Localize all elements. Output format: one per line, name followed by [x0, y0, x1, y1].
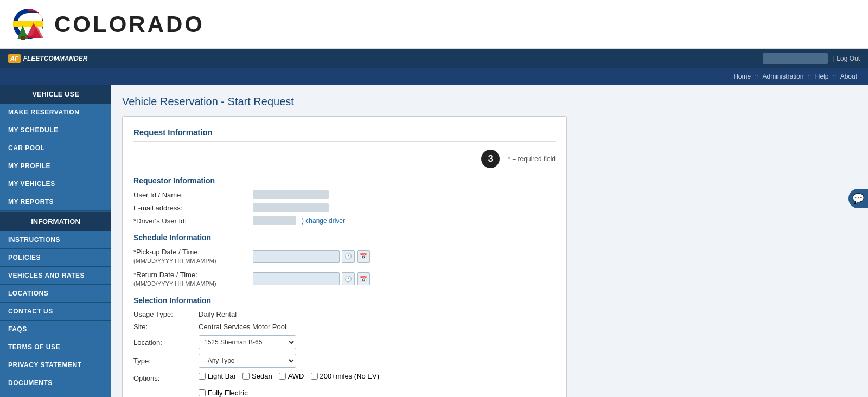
- option-200miles[interactable]: 200+miles (No EV): [311, 372, 379, 380]
- step-area: 3 * = required field: [133, 150, 556, 168]
- page-title: Vehicle Reservation - Start Request: [122, 95, 857, 108]
- return-input-group: 🕐 📅: [253, 272, 370, 285]
- return-clock-icon[interactable]: 🕐: [342, 272, 355, 285]
- fleet-right: | Log Out: [763, 53, 860, 64]
- return-date-input[interactable]: [253, 272, 340, 285]
- options-checkboxes: Light Bar Sedan AWD 200+miles (No EV): [199, 372, 379, 380]
- sidebar-item-instructions[interactable]: INSTRUCTIONS: [0, 231, 111, 249]
- pickup-date-input[interactable]: [253, 250, 340, 263]
- sidebar-item-signup[interactable]: SIGN UP NOW!: [0, 392, 111, 397]
- fully-electric-row: Fully Electric: [133, 389, 556, 397]
- nav-administration[interactable]: Administration: [762, 73, 803, 80]
- options-label: Options:: [133, 374, 199, 382]
- user-id-value: [253, 190, 329, 199]
- email-row: E-mail address:: [133, 203, 556, 212]
- sidebar-item-locations[interactable]: LOCATIONS: [0, 285, 111, 303]
- colorado-logo: [11, 7, 46, 42]
- pickup-label: *Pick-up Date / Time: (MM/DD/YYYY HH:MM …: [133, 247, 253, 266]
- site-row: Site: Central Services Motor Pool: [133, 323, 556, 331]
- email-value: [253, 203, 329, 212]
- selection-section-header: Selection Information: [133, 296, 556, 305]
- requestor-section-header: Requestor Information: [133, 176, 556, 185]
- fleet-icon: AF: [8, 54, 21, 63]
- chat-widget[interactable]: 💬: [848, 189, 868, 208]
- driver-id-value: [253, 216, 296, 225]
- location-label: Location:: [133, 338, 199, 347]
- return-label: *Return Date / Time: (MM/DD/YYYY HH:MM A…: [133, 270, 253, 289]
- content-area: Vehicle Reservation - Start Request Requ…: [111, 85, 868, 397]
- fleet-bar: AF FLEETCOMMANDER | Log Out: [0, 49, 868, 68]
- return-row: *Return Date / Time: (MM/DD/YYYY HH:MM A…: [133, 270, 556, 289]
- site-label: Site:: [133, 323, 199, 331]
- logout-link[interactable]: | Log Out: [833, 55, 860, 62]
- top-nav: Home :: Administration :: Help :: About: [0, 68, 868, 85]
- sidebar-item-vehicles-rates[interactable]: VEHICLES AND RATES: [0, 267, 111, 285]
- sidebar-item-terms[interactable]: TERMS OF USE: [0, 338, 111, 356]
- logo-area: COLORADO: [11, 7, 205, 42]
- type-select[interactable]: - Any Type - Sedan SUV Truck: [199, 354, 296, 368]
- checkbox-awd[interactable]: [279, 373, 286, 380]
- driver-row: *Driver's User Id: ) change driver: [133, 216, 556, 225]
- information-header: INFORMATION: [0, 212, 111, 231]
- pickup-clock-icon[interactable]: 🕐: [342, 250, 355, 263]
- pickup-row: *Pick-up Date / Time: (MM/DD/YYYY HH:MM …: [133, 247, 556, 266]
- nav-help[interactable]: Help: [815, 73, 829, 80]
- option-awd[interactable]: AWD: [279, 372, 304, 380]
- sidebar-item-privacy[interactable]: PRIVACY STATEMENT: [0, 356, 111, 374]
- checkbox-fully-electric[interactable]: [199, 389, 206, 396]
- step-badge: 3: [481, 150, 500, 168]
- sidebar-item-my-reports[interactable]: MY REPORTS: [0, 193, 111, 211]
- driver-label: *Driver's User Id:: [133, 217, 253, 225]
- usage-type-value: Daily Rental: [199, 310, 237, 318]
- header: COLORADO: [0, 0, 868, 49]
- user-id-label: User Id / Name:: [133, 191, 253, 199]
- checkbox-sedan[interactable]: [242, 373, 250, 380]
- sidebar-item-documents[interactable]: DOCUMENTS: [0, 374, 111, 392]
- sidebar-item-faqs[interactable]: FAQS: [0, 321, 111, 338]
- vehicle-use-header: VEHICLE USE: [0, 85, 111, 104]
- form-card-title: Request Information: [133, 127, 556, 142]
- sidebar-item-contact-us[interactable]: CONTACT US: [0, 303, 111, 321]
- svg-rect-6: [21, 36, 25, 40]
- svg-rect-4: [13, 21, 43, 27]
- options-row: Options: Light Bar Sedan AWD: [133, 372, 556, 385]
- return-calendar-icon[interactable]: 📅: [357, 272, 370, 285]
- pickup-calendar-icon[interactable]: 📅: [357, 250, 370, 263]
- state-name: COLORADO: [54, 11, 205, 37]
- type-row: Type: - Any Type - Sedan SUV Truck: [133, 354, 556, 368]
- user-display: [763, 53, 828, 64]
- type-label: Type:: [133, 357, 199, 365]
- change-driver-link[interactable]: ) change driver: [302, 217, 345, 225]
- option-fully-electric[interactable]: Fully Electric: [199, 389, 248, 397]
- user-id-row: User Id / Name:: [133, 190, 556, 199]
- checkbox-light-bar[interactable]: [199, 373, 206, 380]
- fleet-brand: FLEETCOMMANDER: [23, 55, 88, 62]
- required-note: * = required field: [508, 155, 556, 163]
- chat-icon: 💬: [852, 193, 864, 204]
- sidebar-item-my-profile[interactable]: MY PROFILE: [0, 157, 111, 175]
- pickup-input-group: 🕐 📅: [253, 250, 370, 263]
- schedule-section-header: Schedule Information: [133, 233, 556, 242]
- location-row: Location: 1525 Sherman B-65 Other Locati…: [133, 335, 556, 349]
- nav-home[interactable]: Home: [733, 73, 751, 80]
- usage-type-row: Usage Type: Daily Rental: [133, 310, 556, 318]
- main-layout: VEHICLE USE MAKE RESERVATION MY SCHEDULE…: [0, 85, 868, 397]
- sep3: ::: [832, 73, 836, 81]
- site-value: Central Services Motor Pool: [199, 323, 286, 331]
- sidebar-item-my-vehicles[interactable]: MY VEHICLES: [0, 175, 111, 193]
- sidebar-item-car-pool[interactable]: CAR POOL: [0, 139, 111, 157]
- sep2: ::: [807, 73, 811, 81]
- option-light-bar[interactable]: Light Bar: [199, 372, 236, 380]
- location-select[interactable]: 1525 Sherman B-65 Other Location: [199, 335, 296, 349]
- sidebar-item-policies[interactable]: POLICIES: [0, 249, 111, 267]
- email-label: E-mail address:: [133, 204, 253, 212]
- form-card: Request Information 3 * = required field…: [122, 116, 567, 397]
- option-sedan[interactable]: Sedan: [242, 372, 272, 380]
- checkbox-200miles[interactable]: [311, 373, 318, 380]
- nav-about[interactable]: About: [840, 73, 857, 80]
- sidebar-item-my-schedule[interactable]: MY SCHEDULE: [0, 121, 111, 139]
- sidebar: VEHICLE USE MAKE RESERVATION MY SCHEDULE…: [0, 85, 111, 397]
- fleet-logo: AF FLEETCOMMANDER: [8, 54, 87, 63]
- sidebar-item-make-reservation[interactable]: MAKE RESERVATION: [0, 104, 111, 121]
- usage-type-label: Usage Type:: [133, 310, 199, 318]
